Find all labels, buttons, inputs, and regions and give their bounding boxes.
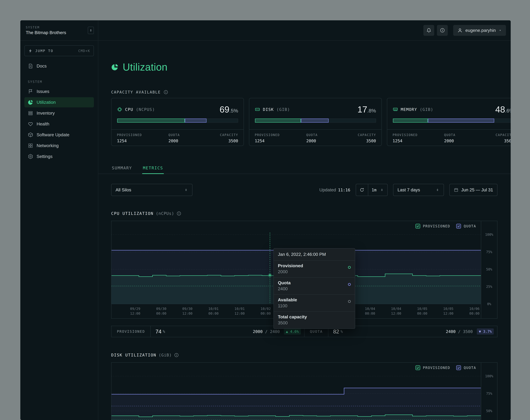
cpu-y-axis: 100%75%50%25%0% (481, 221, 497, 318)
chart-legend: PROVISIONED QUOTA (112, 221, 481, 231)
page-content: Utilization CAPACITY AVAILABLE CPU (NCPU… (98, 41, 511, 420)
trend-down-badge: ▼ 3.7% (477, 328, 494, 334)
capacity-card-memory: MEMORY (GIB) 48.6% PROVISIONED1254 QUOTA… (387, 98, 511, 146)
card-unit: (GIB) (420, 107, 433, 112)
sidebar: SYSTEM The Bitmap Brothers JUMP TO CMD+K… (20, 20, 98, 420)
series-dot-quota (348, 283, 351, 286)
sidebar-item-label: Software Update (37, 132, 70, 137)
series-dot-provisioned (348, 266, 351, 269)
card-label: DISK (263, 107, 274, 112)
y-tick: 0% (481, 302, 497, 306)
time-range-value: Last 7 days (398, 188, 420, 192)
memory-icon (393, 107, 398, 112)
checkbox-checked (415, 365, 420, 370)
page-title: Utilization (123, 61, 167, 73)
sidebar-item-software-update[interactable]: Software Update (24, 130, 94, 140)
legend-quota-checkbox[interactable]: QUOTA (456, 365, 476, 370)
card-quota: QUOTA2000 (168, 133, 220, 143)
x-tick: 10/0200:00 (261, 306, 271, 316)
refresh-button[interactable] (356, 184, 368, 196)
legend-provisioned-checkbox[interactable]: PROVISIONED (415, 224, 450, 229)
updated-status: Updated11:16 (319, 188, 350, 192)
tooltip-timestamp: Jan 6, 2022, 2:46:00 PM (274, 248, 355, 261)
capacity-card-disk: DISK (GIB) 17.8% PROVISIONED1254 QUOTA20… (249, 98, 382, 146)
disk-chart: PROVISIONED QUOTA 09/2912:0009/3000:0009… (111, 362, 498, 420)
notifications-button[interactable] (423, 25, 434, 36)
card-percent: 48.6% (495, 104, 511, 115)
y-tick: 75% (481, 391, 497, 395)
y-tick: 25% (481, 285, 497, 289)
calendar-icon (454, 188, 458, 192)
disk-plot-area[interactable] (112, 373, 481, 420)
card-capacity: CAPACITY3500 (496, 133, 511, 143)
system-name: The Bitmap Brothers (26, 30, 88, 35)
info-icon (174, 353, 179, 357)
x-tick: 10/0500:00 (417, 306, 427, 316)
check-icon (416, 366, 419, 369)
sidebar-item-issues[interactable]: Issues (24, 86, 94, 97)
cpu-chart-title: CPU UTILIZATION (nCPUs) (111, 211, 498, 216)
card-provisioned: PROVISIONED1254 (117, 133, 168, 143)
series-dot-available (348, 300, 351, 303)
sidebar-item-inventory[interactable]: Inventory (24, 108, 94, 118)
interval-select[interactable]: 1m (368, 184, 387, 196)
user-menu[interactable]: eugene.paryhin (453, 25, 506, 36)
sidebar-item-utilization[interactable]: Utilization (24, 97, 94, 107)
y-tick: 50% (481, 267, 497, 271)
y-tick: 100% (481, 232, 497, 236)
tab-summary[interactable]: SUMMARY (111, 164, 133, 174)
x-tick: 09/3000:00 (156, 306, 166, 316)
legend-provisioned-checkbox[interactable]: PROVISIONED (415, 365, 450, 370)
tab-metrics[interactable]: METRICS (142, 164, 164, 174)
jump-to-button[interactable]: JUMP TO CMD+K (24, 45, 94, 56)
info-icon (440, 28, 445, 33)
date-range-button[interactable]: Jun 25 — Jul 31 (449, 184, 498, 196)
capacity-available-label: CAPACITY AVAILABLE (111, 90, 161, 94)
refresh-icon (360, 188, 364, 192)
card-percent: 17.8% (357, 104, 376, 115)
x-tick: 09/2912:00 (130, 306, 140, 316)
sidebar-item-health[interactable]: Health (24, 119, 94, 129)
x-tick: 10/0100:00 (208, 306, 219, 316)
disk-chart-title: DISK UTILIZATION (GiB) (111, 352, 498, 358)
sidebar-item-settings[interactable]: Settings (24, 151, 94, 161)
check-icon (457, 366, 460, 369)
info-button[interactable] (437, 25, 448, 36)
x-tick: 10/0512:00 (443, 306, 453, 316)
y-tick: 100% (481, 374, 497, 378)
x-tick: 10/0400:00 (365, 306, 375, 316)
trend-up-badge: ▲ 4.6% (284, 328, 301, 334)
sidebar-item-docs[interactable]: Docs (24, 61, 94, 71)
silo-select-value: All Silos (116, 188, 131, 192)
capacity-bar (393, 118, 511, 123)
sidebar-item-networking[interactable]: Networking (24, 141, 94, 151)
checkbox-checked (456, 365, 461, 370)
card-capacity: CAPACITY3500 (220, 133, 238, 143)
x-tick: 10/0112:00 (235, 306, 245, 316)
x-tick: 10/0600:00 (469, 306, 480, 316)
sidebar-item-label: Settings (37, 154, 53, 159)
capacity-card-cpu: CPU (NCPUS) 69.5% PROVISIONED1254 QUOTA2… (111, 98, 244, 146)
tooltip-row-available: Available 1100 (274, 295, 355, 312)
tooltip-row-total-capacity: Total capacity 3500 (274, 312, 355, 328)
card-unit: (GIB) (277, 107, 290, 112)
gear-icon (28, 154, 33, 159)
info-icon (177, 211, 181, 216)
check-icon (416, 225, 419, 228)
time-range-select[interactable]: Last 7 days (393, 184, 444, 196)
system-picker[interactable]: SYSTEM The Bitmap Brothers (20, 20, 98, 41)
sidebar-item-label: Issues (37, 89, 49, 94)
system-picker-button[interactable] (88, 27, 94, 34)
silo-select[interactable]: All Silos (111, 184, 192, 196)
legend-quota-checkbox[interactable]: QUOTA (456, 224, 476, 229)
console-window: SYSTEM The Bitmap Brothers JUMP TO CMD+K… (20, 20, 511, 420)
caret-updown-icon (89, 28, 93, 32)
disk-chart-card: PROVISIONED QUOTA 09/2912:0009/3000:0009… (111, 362, 498, 420)
desktop: SYSTEM The Bitmap Brothers JUMP TO CMD+K… (0, 0, 530, 420)
bar-quota-segment (428, 118, 494, 123)
chevron-down-icon (499, 29, 502, 32)
interval-value: 1m (372, 188, 377, 192)
flag-icon (28, 89, 33, 94)
tabs: SUMMARY METRICS (98, 164, 511, 174)
heart-icon (28, 121, 33, 127)
